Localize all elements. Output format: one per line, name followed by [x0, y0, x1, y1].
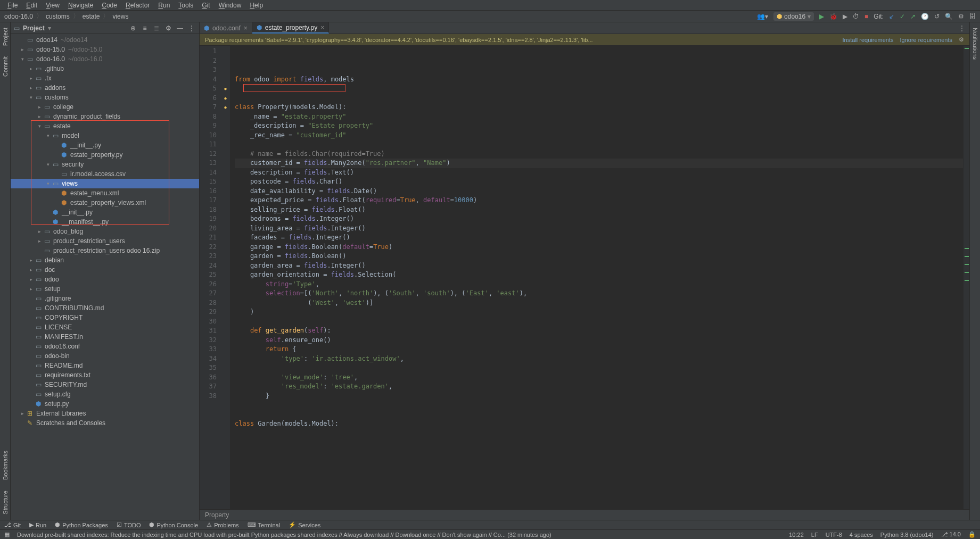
tree-row[interactable]: ▭CONTRIBUTING.md	[11, 303, 199, 313]
tree-row[interactable]: ▭odoo16.conf	[11, 342, 199, 351]
expand-arrow-icon[interactable]: ▸	[28, 267, 34, 272]
tw-run[interactable]: ▶Run	[29, 521, 46, 528]
expand-arrow-icon[interactable]: ▸	[36, 104, 43, 110]
breadcrumb-item[interactable]: views	[112, 13, 128, 20]
expand-arrow-icon[interactable]: ▸	[28, 85, 34, 90]
run-button[interactable]: ▶	[819, 13, 824, 20]
tree-row[interactable]: ▭MANIFEST.in	[11, 332, 199, 342]
breadcrumb-item[interactable]: odoo-16.0	[4, 13, 33, 20]
editor-tab[interactable]: ⬢estate_property.py×	[252, 22, 330, 34]
coverage-button[interactable]: ▶	[843, 13, 847, 20]
git-commit-icon[interactable]: ✓	[900, 13, 905, 20]
status-indent[interactable]: 4 spaces	[850, 532, 873, 538]
profile-button[interactable]: ⏱	[853, 13, 859, 20]
tree-row[interactable]: ▸▭.tx	[11, 73, 199, 83]
git-history-icon[interactable]: 🕐	[921, 13, 929, 20]
expand-arrow-icon[interactable]: ▸	[36, 238, 43, 244]
status-interpreter[interactable]: Python 3.8 (odoo14)	[880, 532, 934, 538]
install-requirements-link[interactable]: Install requirements	[843, 37, 894, 43]
tw-git[interactable]: ⎇Git	[4, 521, 21, 528]
hide-icon[interactable]: —	[176, 24, 184, 32]
editor-tab[interactable]: ⬢odoo.conf×	[200, 22, 252, 34]
locate-icon[interactable]: ⊕	[129, 24, 137, 32]
project-tree[interactable]: ▭odoo14~/odoo14▸▭odoo-15.0~/odoo-15.0▾▭o…	[11, 34, 199, 520]
tw-problems[interactable]: ⚠Problems	[207, 521, 238, 528]
line-gutter[interactable]: 1234567891011121314151617181920212223242…	[200, 46, 221, 509]
tool-tab-project[interactable]: Project	[1, 23, 10, 50]
menu-navigate[interactable]: Navigate	[64, 1, 97, 10]
menu-help[interactable]: Help	[245, 1, 267, 10]
git-push-icon[interactable]: ↗	[910, 13, 916, 20]
tree-row[interactable]: ▸▭addons	[11, 83, 199, 93]
tree-row[interactable]: ▭requirements.txt	[11, 370, 199, 380]
tree-row[interactable]: ▸▭doc	[11, 265, 199, 275]
users-icon[interactable]: 👥▾	[757, 13, 768, 20]
menu-refactor[interactable]: Refactor	[121, 1, 154, 10]
collapse-icon[interactable]: ≣	[152, 24, 161, 32]
status-position[interactable]: 10:22	[789, 532, 804, 538]
menu-view[interactable]: View	[42, 1, 64, 10]
expand-arrow-icon[interactable]: ▾	[19, 56, 26, 62]
tree-row[interactable]: ▭README.md	[11, 361, 199, 370]
close-tab-icon[interactable]: ×	[320, 24, 324, 31]
ignore-requirements-link[interactable]: Ignore requirements	[900, 37, 952, 43]
expand-arrow-icon[interactable]: ▾	[28, 95, 34, 100]
menu-file[interactable]: File	[3, 1, 22, 10]
database-icon[interactable]: 🗄	[969, 13, 976, 20]
status-encoding[interactable]: UTF-8	[826, 532, 842, 538]
search-icon[interactable]: 🔍	[945, 13, 953, 20]
breadcrumb-item[interactable]: customs	[46, 13, 70, 20]
tree-row[interactable]: ▭odoo14~/odoo14	[11, 35, 199, 45]
expand-icon[interactable]: ≡	[141, 24, 149, 32]
menu-tools[interactable]: Tools	[174, 1, 197, 10]
expand-arrow-icon[interactable]: ▸	[19, 47, 26, 52]
expand-arrow-icon[interactable]: ▸	[19, 411, 26, 416]
git-update-icon[interactable]: ↙	[889, 13, 894, 20]
tree-row[interactable]: ▭LICENSE	[11, 322, 199, 332]
menu-window[interactable]: Window	[215, 1, 246, 10]
tree-row[interactable]: ⬢setup.py	[11, 399, 199, 409]
close-tab-icon[interactable]: ×	[244, 24, 248, 32]
tree-row[interactable]: ▭COPYRIGHT	[11, 313, 199, 322]
tabs-more-icon[interactable]: ⋮	[954, 22, 969, 34]
stop-button[interactable]: ■	[864, 13, 868, 20]
tree-row[interactable]: ▸▭odoo_blog	[11, 227, 199, 236]
tree-row[interactable]: ▸▭product_restriction_users	[11, 236, 199, 246]
expand-arrow-icon[interactable]: ▸	[36, 229, 43, 234]
tree-row[interactable]: ▸▭odoo	[11, 275, 199, 284]
git-rollback-icon[interactable]: ↺	[934, 13, 940, 20]
tool-tab-commit[interactable]: Commit	[1, 52, 10, 81]
editor-error-stripe[interactable]	[963, 46, 969, 509]
breadcrumb-item[interactable]: estate	[83, 13, 100, 20]
menu-run[interactable]: Run	[154, 1, 174, 10]
tree-row[interactable]: ▭product_restriction_users odoo 16.zip	[11, 246, 199, 255]
tree-row[interactable]: ▭.gitignore	[11, 294, 199, 303]
status-branch[interactable]: ⎇ 14.0	[941, 531, 961, 538]
run-config-selector[interactable]: ⬢ odoo16 ▾	[773, 12, 814, 21]
expand-arrow-icon[interactable]: ▸	[28, 277, 34, 282]
tw-terminal[interactable]: ⌨Terminal	[248, 521, 281, 528]
menu-edit[interactable]: Edit	[22, 1, 42, 10]
tool-tab-bookmarks[interactable]: Bookmarks	[1, 446, 10, 484]
tree-row[interactable]: ✎Scratches and Consoles	[11, 418, 199, 428]
menu-git[interactable]: Git	[197, 1, 214, 10]
tree-row[interactable]: ▭SECURITY.md	[11, 380, 199, 389]
tree-row[interactable]: ▸▭college	[11, 102, 199, 112]
more-icon[interactable]: ⋮	[187, 24, 196, 32]
banner-gear-icon[interactable]: ⚙	[959, 36, 964, 43]
expand-arrow-icon[interactable]: ▸	[36, 114, 43, 119]
settings-icon[interactable]: ⚙	[958, 13, 964, 20]
tree-row[interactable]: ▭setup.cfg	[11, 389, 199, 399]
tool-tab-structure[interactable]: Structure	[1, 486, 10, 519]
editor-breadcrumb[interactable]: Property	[200, 509, 969, 520]
menu-code[interactable]: Code	[97, 1, 121, 10]
expand-arrow-icon[interactable]: ▸	[28, 286, 34, 292]
tree-row[interactable]: ▭odoo-bin	[11, 351, 199, 361]
tree-row[interactable]: ▾▭customs	[11, 93, 199, 102]
status-layout-icon[interactable]: ▦	[4, 531, 10, 538]
debug-button[interactable]: 🐞	[829, 13, 837, 20]
expand-arrow-icon[interactable]: ▸	[28, 76, 34, 81]
tree-row[interactable]: ▸▭.github	[11, 64, 199, 73]
expand-arrow-icon[interactable]: ▸	[28, 66, 34, 71]
tool-tab-notifications[interactable]: Notifications	[971, 23, 979, 64]
